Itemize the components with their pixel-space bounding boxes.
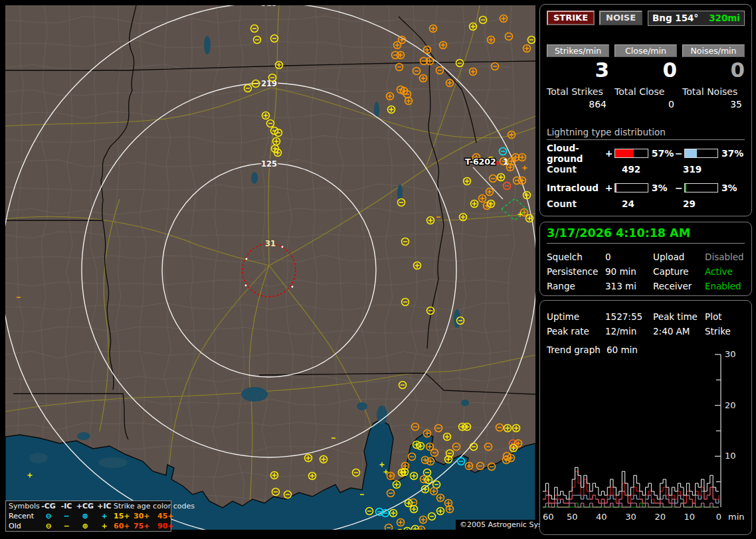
total-close-value: 0 [614, 99, 677, 110]
noises-per-min-badge: Noises/min [682, 44, 745, 57]
legend-minus-symbol: − [58, 521, 75, 531]
svg-text:10: 10 [684, 512, 696, 522]
map-canvas[interactable]: 31321912531 T-6202▶1 [0, 0, 538, 539]
legend-minus-symbol: − [58, 511, 75, 521]
svg-text:20: 20 [654, 512, 666, 522]
close-per-min-value: 0 [614, 58, 677, 81]
strike-stats-panel: STRIKE NOISE Bng 154° 320mi Strikes/min … [539, 4, 752, 216]
plus-sign: + [605, 183, 613, 193]
svg-text:30: 30 [725, 351, 736, 359]
cg-plus-count: 492 [613, 164, 683, 175]
legend-header-cgp: +CG [75, 501, 95, 511]
close-per-min-badge: Close/min [614, 44, 677, 57]
trend-graph: 1020306050403020100min [540, 351, 751, 529]
uptime-value: 1527:55 [605, 311, 653, 322]
svg-text:125: 125 [261, 159, 277, 169]
peak-rate-label: Peak rate [547, 326, 605, 337]
intracloud-counts: Count 24 29 [547, 198, 745, 209]
close-column: Close/min 0 Total Close 0 [614, 44, 677, 110]
svg-text:0: 0 [716, 512, 721, 522]
svg-text:313: 313 [261, 0, 277, 8]
legend-circle-plus-symbol: ⊕ [75, 521, 95, 531]
svg-text:10: 10 [725, 451, 736, 461]
capture-value: Active [705, 266, 745, 277]
bearing-range: 320mi [709, 13, 740, 23]
intracloud-label: Intracloud [547, 183, 605, 193]
legend-circle-minus-symbol: ⊖ [39, 521, 58, 531]
strike-button[interactable]: STRIKE [547, 11, 595, 25]
cloud-ground-label: Cloud-ground [547, 143, 605, 164]
svg-text:20: 20 [725, 400, 736, 410]
trend-panel: Uptime 1527:55 Peak time Plot Peak rate … [539, 300, 752, 535]
svg-text:40: 40 [596, 512, 607, 522]
persistence-value: 90 min [605, 266, 653, 277]
svg-text:1: 1 [503, 157, 509, 167]
cloud-ground-counts: Count 492 319 [547, 164, 745, 175]
noise-button[interactable]: NOISE [599, 11, 642, 25]
range-value: 313 mi [605, 281, 653, 291]
total-noises-value: 35 [682, 99, 745, 110]
count-label: Count [547, 164, 613, 175]
total-noises-label: Total Noises [682, 86, 745, 97]
age-code: 15+ [114, 511, 134, 521]
svg-text:50: 50 [567, 512, 578, 522]
legend-row-label: Old [9, 521, 39, 531]
symbol-legend: Symbols -CG -IC +CG +IC Strike age color… [5, 501, 171, 532]
strikes-per-min-value: 3 [547, 58, 609, 81]
age-code: 30+ [134, 511, 157, 521]
peak-time-label: Peak time [653, 311, 705, 322]
bearing-readout: Bng 154° 320mi [648, 11, 745, 26]
ic-plus-count: 24 [613, 198, 683, 209]
cloud-ground-row: Cloud-ground + 57% − 37% [547, 147, 745, 160]
receiver-value: Enabled [705, 281, 745, 291]
app-window: 31321912531 T-6202▶1 Symbols -CG -IC +CG… [0, 0, 756, 539]
legend-header-icp: +IC [95, 501, 114, 511]
legend-plus-symbol: + [95, 521, 114, 531]
cg-minus-pct: 37% [719, 148, 745, 159]
status-panel: 3/17/2026 4:10:18 AM Squelch 0 Upload Di… [539, 222, 752, 296]
minus-sign: − [675, 148, 683, 159]
noises-per-min-value: 0 [682, 58, 745, 81]
plot-label: Plot [705, 311, 745, 322]
persistence-label: Persistence [547, 266, 605, 277]
uptime-label: Uptime [547, 311, 605, 322]
age-code: 45+ [157, 511, 177, 521]
legend-circle-plus-symbol: ⊕ [75, 511, 95, 521]
peak-rate-value: 12/min [605, 326, 653, 337]
upload-label: Upload [653, 252, 705, 262]
strikes-column: Strikes/min 3 Total Strikes 864 [547, 44, 609, 110]
cg-minus-bar [684, 149, 718, 158]
minus-sign: − [675, 183, 683, 193]
total-strikes-value: 864 [547, 99, 609, 110]
legend-header-ages: Strike age color codes [114, 501, 177, 511]
svg-text:T-6202: T-6202 [465, 157, 496, 167]
legend-circle-minus-symbol: ⊖ [39, 511, 58, 521]
ic-minus-bar [684, 183, 718, 193]
cg-plus-bar [614, 149, 648, 158]
intracloud-row: Intracloud + 3% − 3% [547, 181, 745, 194]
legend-row-recent: Recent⊖−⊕+15+30+45+ [6, 511, 171, 521]
status-grid: Squelch 0 Upload Disabled Persistence 90… [547, 252, 745, 291]
squelch-label: Squelch [547, 252, 605, 262]
upload-value: Disabled [705, 252, 745, 262]
ic-plus-pct: 3% [650, 183, 675, 193]
age-code: 60+ [114, 521, 134, 531]
legend-plus-symbol: + [95, 511, 114, 521]
legend-header-cgm: -CG [39, 501, 58, 511]
cg-plus-pct: 57% [650, 148, 675, 159]
legend-header-icm: -IC [58, 501, 75, 511]
bearing-label: Bng 154° [652, 13, 698, 23]
ic-minus-count: 29 [683, 198, 696, 209]
range-label: Range [547, 281, 605, 291]
svg-text:30: 30 [625, 512, 636, 522]
age-code: 90+ [157, 521, 177, 531]
svg-text:▶: ▶ [496, 159, 501, 166]
capture-label: Capture [653, 266, 705, 277]
cg-minus-count: 319 [683, 164, 702, 175]
count-label: Count [547, 198, 613, 209]
noises-column: Noises/min 0 Total Noises 35 [682, 44, 745, 110]
squelch-value: 0 [605, 252, 653, 262]
total-close-label: Total Close [614, 86, 677, 97]
strikes-per-min-badge: Strikes/min [547, 44, 609, 57]
legend-row-label: Recent [9, 511, 39, 521]
